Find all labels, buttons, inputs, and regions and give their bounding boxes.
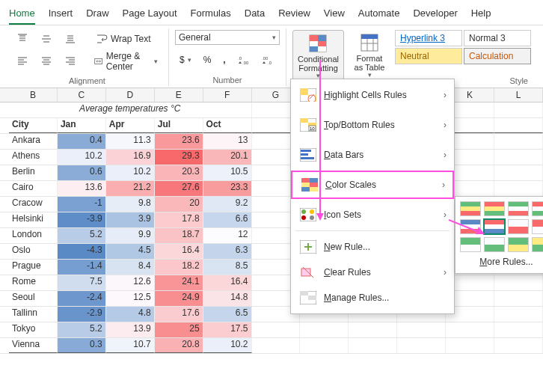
cell[interactable]	[252, 338, 301, 353]
col-header[interactable]: D	[106, 88, 155, 102]
align-bot-icon[interactable]	[60, 30, 81, 48]
cell[interactable]	[494, 338, 543, 353]
col-header[interactable]: L	[494, 88, 543, 102]
cell[interactable]	[446, 338, 494, 353]
cell[interactable]	[446, 322, 494, 337]
cell[interactable]: 5.2	[58, 322, 106, 337]
percent-button[interactable]: %	[199, 52, 216, 68]
cell[interactable]	[397, 322, 446, 337]
cell[interactable]: Jul	[155, 118, 203, 133]
cell[interactable]: City	[9, 118, 58, 133]
align-left-icon[interactable]	[12, 52, 33, 70]
cell[interactable]	[494, 291, 543, 306]
new-rule-button[interactable]: New Rule...	[291, 234, 454, 260]
cell[interactable]: Jan	[58, 118, 106, 133]
cell[interactable]: Cracow	[9, 197, 58, 212]
tab-automate[interactable]: Automate	[358, 4, 400, 25]
cell[interactable]	[252, 322, 301, 337]
tab-page-layout[interactable]: Page Layout	[123, 4, 177, 25]
cell[interactable]: London	[9, 228, 58, 243]
cell[interactable]: 23.3	[203, 181, 252, 196]
align-center-icon[interactable]	[36, 52, 57, 70]
cell[interactable]	[349, 322, 397, 337]
cell[interactable]: 10.2	[58, 150, 106, 165]
cell[interactable]: 20	[155, 197, 203, 212]
cell[interactable]: Tallinn	[9, 307, 58, 322]
decrease-decimal-button[interactable]: .00.0	[257, 51, 278, 69]
cell[interactable]	[349, 338, 397, 353]
color-scale-option[interactable]	[460, 201, 481, 216]
color-scale-option[interactable]	[484, 219, 505, 234]
cell[interactable]: -2.4	[58, 291, 106, 306]
cell[interactable]: 25	[155, 322, 203, 337]
cell[interactable]: -4.3	[58, 244, 106, 259]
cell[interactable]: 21.2	[106, 181, 155, 196]
cell[interactable]: 9.9	[106, 228, 155, 243]
cell[interactable]: 12	[203, 228, 252, 243]
currency-button[interactable]: $ ▾	[175, 52, 196, 68]
col-header[interactable]: E	[155, 88, 203, 102]
tab-developer[interactable]: Developer	[413, 4, 457, 25]
cell[interactable]: -2.9	[58, 307, 106, 322]
cell[interactable]: 10.7	[106, 338, 155, 353]
cell[interactable]: Cairo	[9, 181, 58, 196]
cell[interactable]: 0.3	[58, 338, 106, 353]
color-scale-option[interactable]	[532, 201, 543, 216]
manage-rules-button[interactable]: Manage Rules...	[291, 285, 454, 310]
cell[interactable]	[494, 307, 543, 322]
cell[interactable]: 9.2	[203, 197, 252, 212]
cell[interactable]: 16.4	[155, 244, 203, 259]
cell[interactable]: -1.4	[58, 260, 106, 275]
cell[interactable]	[300, 322, 349, 337]
cell[interactable]	[494, 134, 543, 149]
cell[interactable]: Berlin	[9, 165, 58, 180]
cell[interactable]: Prague	[9, 260, 58, 275]
color-scale-option[interactable]	[460, 219, 481, 234]
cell[interactable]: Rome	[9, 275, 58, 290]
cell[interactable]: 4.5	[106, 244, 155, 259]
cell[interactable]: Ankara	[9, 134, 58, 149]
style-neutral[interactable]: Neutral	[395, 48, 462, 64]
cell[interactable]: 4.8	[106, 307, 155, 322]
cell[interactable]: 23.6	[155, 134, 203, 149]
cell[interactable]: 20.3	[155, 165, 203, 180]
align-mid-icon[interactable]	[36, 30, 57, 48]
cell[interactable]: Athens	[9, 150, 58, 165]
cell[interactable]: 27.6	[155, 181, 203, 196]
cell[interactable]: 0.6	[58, 165, 106, 180]
cell[interactable]	[494, 118, 543, 133]
cell[interactable]: 24.1	[155, 275, 203, 290]
align-top-icon[interactable]	[12, 30, 33, 48]
cell[interactable]: 13.6	[58, 181, 106, 196]
color-scale-option[interactable]	[532, 237, 543, 252]
col-header[interactable]: F	[203, 88, 252, 102]
cell[interactable]: 16.9	[106, 150, 155, 165]
cell[interactable]: 10.2	[106, 165, 155, 180]
cell[interactable]: 13.9	[106, 322, 155, 337]
tab-help[interactable]: Help	[471, 4, 491, 25]
tab-review[interactable]: Review	[278, 4, 310, 25]
clear-rules-button[interactable]: Clear Rules›	[291, 260, 454, 285]
cell[interactable]	[397, 338, 446, 353]
cell[interactable]: 6.3	[203, 244, 252, 259]
cell[interactable]: 0.4	[58, 134, 106, 149]
cell[interactable]	[494, 165, 543, 180]
tab-insert[interactable]: Insert	[49, 4, 73, 25]
cell[interactable]: 29.3	[155, 150, 203, 165]
color-scale-option[interactable]	[484, 201, 505, 216]
cf-color-scales[interactable]: Color Scales›	[291, 171, 454, 199]
cell[interactable]: Tokyo	[9, 322, 58, 337]
style-normal3[interactable]: Normal 3	[464, 30, 531, 46]
table-title[interactable]: Average temperatures °C	[9, 102, 252, 117]
cell[interactable]	[494, 150, 543, 165]
cell[interactable]: 12.6	[106, 275, 155, 290]
cell[interactable]: 20.8	[155, 338, 203, 353]
wrap-text-button[interactable]: Wrap Text	[91, 30, 156, 48]
cell[interactable]: 3.9	[106, 212, 155, 227]
cell[interactable]: 17.8	[155, 212, 203, 227]
cell[interactable]: 17.6	[155, 307, 203, 322]
color-scale-option[interactable]	[460, 237, 481, 252]
cell[interactable]: 18.2	[155, 260, 203, 275]
cell[interactable]	[494, 181, 543, 196]
cell[interactable]: 8.4	[106, 260, 155, 275]
